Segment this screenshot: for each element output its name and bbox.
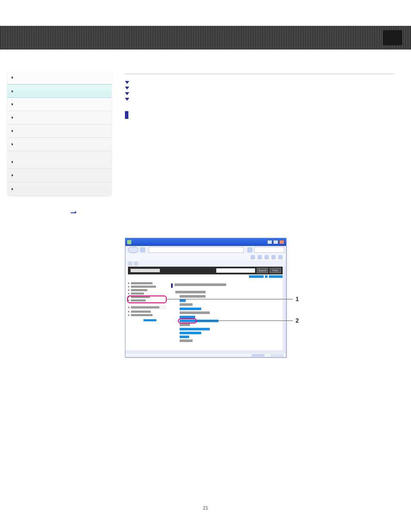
caret-icon [12,161,13,163]
favorites-icon [128,261,132,266]
nav-item-highlight [128,305,167,309]
arrow-right-icon [71,212,77,214]
caret-icon [12,76,13,79]
zoom-indicator [271,354,283,357]
feed-icon [258,255,262,259]
scrollbar-horizontal [125,350,286,354]
close-icon [279,240,284,244]
page-search-input [216,268,255,273]
sidebar-item-3[interactable] [7,111,112,124]
sidebar-item-8[interactable] [7,182,112,196]
search-button: Search [257,268,268,273]
scrollbar-vertical [283,267,286,350]
sidebar-nav [7,71,112,196]
page-sublinks [249,275,283,278]
window-buttons [267,240,284,244]
browser-window-mock: Search Print [125,238,286,358]
triangle-down-icon [125,92,129,95]
tab-icon [134,261,138,266]
caret-icon [12,103,13,106]
page-number: 21 [0,505,411,510]
sidebar-item-5[interactable] [7,138,112,151]
horizontal-rule [125,74,394,74]
status-bar [125,354,286,357]
step-1 [125,111,394,119]
back-forward-icon [128,247,138,253]
sidebar-spacer [7,151,112,156]
sublink [249,275,264,278]
sidebar-item-6[interactable] [7,156,112,169]
page-icon [140,247,145,252]
print-button: Print [270,268,281,273]
callout-label-1: 1 [296,296,299,302]
sublink [265,275,268,278]
refresh-icon [247,247,252,252]
triangle-down-icon [125,87,129,90]
page-header-band: Search Print [128,267,283,274]
triangle-down-icon [125,98,129,101]
window-app-icon [127,240,131,244]
sidebar-item-1-active[interactable] [7,84,112,98]
sub-topic-list [125,81,394,101]
caret-icon [12,174,13,177]
section-marker-icon [171,283,173,288]
page-menu-icon [271,255,276,259]
address-bar [149,247,244,253]
page-content-area: Search Print [128,267,283,350]
sub-topic-0[interactable] [125,81,394,84]
browser-command-bar [125,254,286,261]
screenshot-figure: Search Print [125,238,304,358]
page-logo-placeholder [131,269,160,272]
callout-highlight-2 [178,318,197,324]
home-icon [251,255,255,259]
leader-line-1 [167,299,293,299]
callout-label-2: 2 [296,317,299,324]
sidebar-arrow-link[interactable] [69,209,77,215]
page-main-area [171,282,283,344]
caret-icon [12,90,13,93]
minimize-icon [267,240,272,244]
maximize-icon [273,240,278,244]
sidebar-item-4[interactable] [7,124,112,138]
step-marker-icon [125,111,128,119]
browser-nav-toolbar [125,246,286,254]
header-badge [383,30,402,45]
caret-icon [12,143,13,146]
triangle-down-icon [125,81,129,84]
sublink [269,275,283,278]
sub-topic-2[interactable] [125,92,394,95]
sub-topic-1[interactable] [125,87,394,90]
caret-icon [12,130,13,132]
sub-topic-3[interactable] [125,98,394,101]
header-pattern-band [0,26,411,50]
window-titlebar [125,238,286,246]
search-box [254,247,284,253]
print-icon [265,255,269,259]
callout-highlight-1 [127,296,167,303]
leader-line-2 [197,320,293,321]
browser-tabs [125,261,286,267]
zone-indicator [252,354,265,357]
caret-icon [12,188,13,190]
main-content [125,71,394,121]
sidebar-item-2[interactable] [7,98,112,111]
sidebar-item-0[interactable] [7,71,112,84]
tools-icon [278,255,283,259]
caret-icon [12,116,13,119]
sidebar-item-7[interactable] [7,169,112,182]
